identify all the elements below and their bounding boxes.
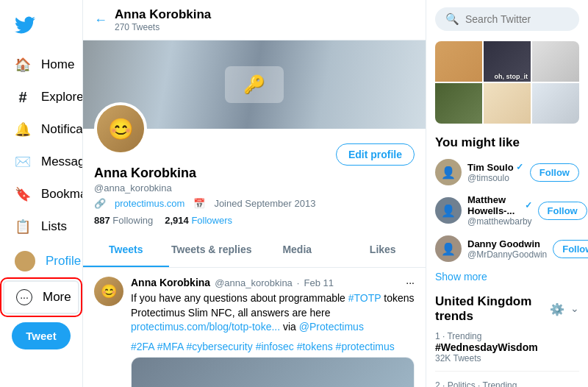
verified-icon-1: ✓ — [516, 162, 523, 172]
follow-button-2[interactable]: Follow — [538, 202, 587, 220]
trends-collapse-icon[interactable]: ⌄ — [570, 302, 579, 316]
follow-button-1[interactable]: Follow — [530, 163, 579, 182]
profile-stats: 887 Following 2,914 Followers — [94, 215, 415, 226]
tweet-item: 😊 Anna Korobkina @anna_korobkina · Feb 1… — [83, 268, 426, 387]
tab-tweets[interactable]: Tweets — [83, 233, 169, 267]
sidebar-item-notifications[interactable]: 🔔 Notifications — [3, 114, 79, 145]
photo-cell-4 — [435, 83, 482, 124]
trend-2-meta: 2 · Politics · Trending — [435, 380, 579, 387]
follow-avatar-3: 👤 — [435, 235, 462, 262]
follow-button-3[interactable]: Follow — [553, 240, 588, 258]
trend-1-meta: 1 · Trending — [435, 331, 579, 341]
follow-name-2: Matthew Howells-... ✓ — [467, 194, 532, 216]
search-icon: 🔍 — [445, 13, 459, 26]
profile-tabs: Tweets Tweets & replies Media Likes — [83, 233, 426, 268]
sidebar-item-lists[interactable]: 📋 Lists — [3, 211, 79, 242]
follow-info-1: Tim Soulo ✓ @timsoulo — [467, 162, 524, 183]
profile-banner-section: 🔑 😊 Edit profile — [83, 40, 426, 129]
follow-avatar-2: 👤 — [435, 197, 462, 224]
trend-1-name[interactable]: #WednesdayWisdom — [435, 341, 579, 353]
sidebar-item-lists-label: Lists — [41, 219, 67, 234]
show-more-button[interactable]: Show more — [435, 271, 579, 283]
tweet-author-name: Anna Korobkina — [131, 277, 210, 288]
tab-media[interactable]: Media — [254, 233, 340, 267]
list-icon: 📋 — [15, 219, 31, 235]
profile-website[interactable]: protectimus.com — [115, 198, 184, 209]
bell-icon: 🔔 — [15, 121, 31, 138]
more-icon: ··· — [16, 289, 32, 305]
sidebar-item-home[interactable]: 🏠 Home — [3, 49, 79, 80]
profile-handle: @anna_korobkina — [94, 182, 415, 194]
search-input[interactable] — [465, 13, 569, 25]
profile-joined: Joined September 2013 — [214, 198, 315, 209]
tweet-date: Feb 11 — [304, 277, 333, 288]
search-box: 🔍 — [435, 7, 579, 31]
tweet-hashtags: #2FA #MFA #cybersecurity #infosec #token… — [131, 341, 415, 352]
tweet-more-button[interactable]: ··· — [406, 277, 415, 288]
follow-handle-2: @matthewbarby — [467, 216, 532, 227]
sidebar-item-home-label: Home — [41, 57, 74, 72]
tweet-header: Anna Korobkina @anna_korobkina · Feb 11 … — [131, 277, 415, 288]
tab-tweets-replies[interactable]: Tweets & replies — [169, 233, 255, 267]
tab-likes[interactable]: Likes — [340, 233, 426, 267]
profile-header-bar: ← Anna Korobkina 270 Tweets — [83, 0, 426, 40]
follow-suggestion-1: 👤 Tim Soulo ✓ @timsoulo Follow — [435, 159, 579, 185]
profile-header-tweet-count: 270 Tweets — [115, 22, 211, 32]
bookmark-icon: 🔖 — [15, 186, 31, 202]
followers-stat: 2,914 Followers — [165, 215, 232, 226]
following-stat: 887 Following — [94, 215, 153, 226]
tweet-text: If you have any questions about programm… — [131, 291, 415, 335]
home-icon: 🏠 — [15, 57, 31, 73]
photo-cell-3 — [532, 41, 579, 82]
sidebar-item-profile[interactable]: Profile — [3, 244, 79, 279]
sidebar-item-more-label: More — [43, 290, 71, 305]
follow-info-2: Matthew Howells-... ✓ @matthewbarby — [467, 194, 532, 227]
tweet-link[interactable]: protectimus.com/blog/totp-toke... — [131, 321, 280, 333]
sidebar-item-more[interactable]: ··· More — [3, 280, 79, 314]
trend-item-1: 1 · Trending #WednesdayWisdom 32K Tweets — [435, 331, 579, 372]
edit-profile-button[interactable]: Edit profile — [336, 143, 415, 166]
photo-cell-6 — [532, 83, 579, 124]
tweet-card[interactable]: TOTP Tokens Protectimus Slim NFC: FAQ - … — [131, 357, 415, 387]
mail-icon: ✉️ — [15, 154, 31, 170]
profile-meta: 🔗 protectimus.com 📅 Joined September 201… — [94, 198, 415, 209]
tweet-mention[interactable]: @Protectimus — [299, 321, 364, 333]
tweet-author-handle: @anna_korobkina — [215, 277, 293, 288]
sidebar-item-messages[interactable]: ✉️ Messages — [3, 146, 79, 177]
main-content: ← Anna Korobkina 270 Tweets 🔑 😊 Edit pro… — [83, 0, 426, 387]
follow-handle-1: @timsoulo — [467, 173, 524, 183]
follow-name-3: Danny Goodwin — [467, 238, 547, 249]
tweet-hashtag1[interactable]: #TOTP — [348, 292, 381, 304]
tweet-card-image — [132, 358, 414, 387]
sidebar-item-profile-label: Profile — [46, 254, 81, 269]
profile-website-icon: 🔗 — [94, 198, 106, 209]
photo-label: oh, stop_it — [495, 73, 528, 80]
profile-name: Anna Korobkina — [94, 166, 415, 181]
tweet-body: Anna Korobkina @anna_korobkina · Feb 11 … — [131, 277, 415, 387]
verified-icon-2: ✓ — [525, 200, 532, 210]
tweet-button[interactable]: Tweet — [12, 322, 71, 349]
profile-header-name: Anna Korobkina — [115, 7, 211, 22]
left-sidebar: 🏠 Home # Explore 🔔 Notifications ✉️ Mess… — [0, 0, 83, 387]
profile-photo: 😊 — [94, 102, 147, 155]
trends-settings-icon[interactable]: ⚙️ — [550, 302, 564, 316]
profile-calendar-icon: 📅 — [193, 198, 205, 209]
back-button[interactable]: ← — [94, 13, 107, 28]
profile-info: Anna Korobkina @anna_korobkina 🔗 protect… — [83, 166, 426, 233]
sidebar-item-notifications-label: Notifications — [41, 122, 83, 137]
follow-info-3: Danny Goodwin @MrDannyGoodwin — [467, 238, 547, 260]
photo-cell-1 — [435, 41, 482, 82]
trend-item-2: 2 · Politics · Trending #Immigration 14.… — [435, 380, 579, 387]
follow-avatar-1: 👤 — [435, 159, 462, 185]
trends-title: United Kingdom trends — [435, 294, 550, 324]
photo-cell-2: oh, stop_it — [484, 41, 531, 82]
sidebar-item-bookmarks-label: Bookmarks — [41, 187, 83, 202]
sidebar-item-explore[interactable]: # Explore — [3, 82, 79, 113]
sidebar-item-bookmarks[interactable]: 🔖 Bookmarks — [3, 179, 79, 210]
trend-1-count: 32K Tweets — [435, 353, 579, 363]
photo-grid[interactable]: oh, stop_it — [435, 41, 579, 124]
you-might-like-title: You might like — [435, 135, 579, 150]
photo-cell-5 — [484, 83, 531, 124]
profile-header-text: Anna Korobkina 270 Tweets — [115, 7, 211, 32]
avatar — [15, 251, 35, 271]
